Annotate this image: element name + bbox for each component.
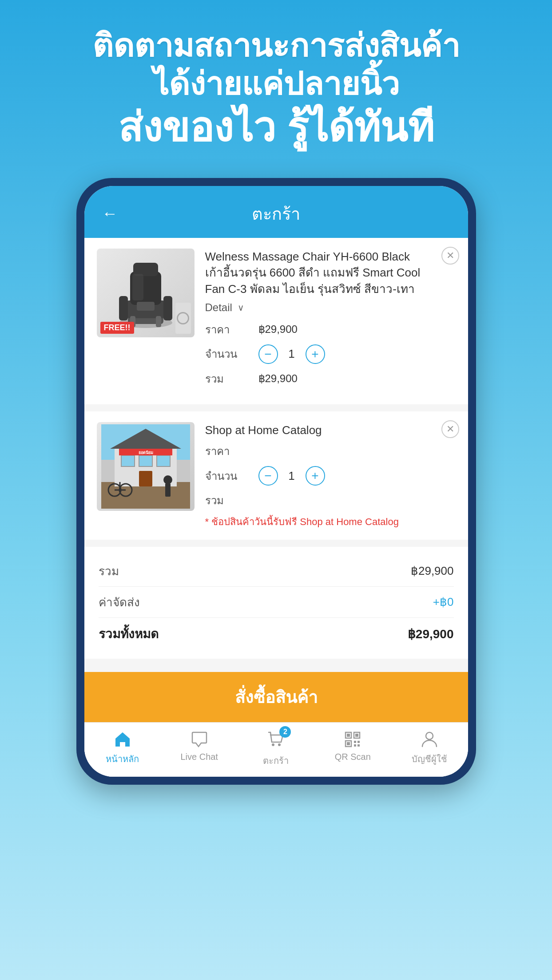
back-button[interactable]: ← [102, 204, 118, 223]
summary-grand-total-row: รวมทั้งหมด ฿29,900 [99, 620, 454, 648]
summary-grand-total-value: ฿29,900 [408, 627, 454, 641]
bottom-nav: หน้าหลัก Live Chat [84, 722, 468, 777]
nav-livechat-label: Live Chat [180, 752, 218, 762]
total-label-2: รวม [205, 492, 258, 509]
svg-point-40 [426, 732, 433, 739]
price-label-2: ราคา [205, 443, 258, 460]
product-image-1: FREE!! [97, 249, 195, 337]
free-badge: FREE!! [100, 322, 134, 334]
svg-point-22 [163, 475, 172, 484]
product-info-1: Welness Massage Chair YH-6600 Black เก้า… [205, 249, 456, 394]
phone-mockup: ← ตะกร้า [76, 178, 476, 785]
livechat-icon [190, 730, 209, 749]
order-button[interactable]: สั่งซื้อสินค้า [84, 672, 468, 722]
price-label-1: ราคา [205, 321, 258, 338]
total-row-2: รวม [205, 492, 438, 509]
nav-livechat[interactable]: Live Chat [161, 730, 238, 768]
svg-rect-36 [354, 741, 356, 743]
product-image-2: ยอดนิยม [97, 422, 195, 511]
promo-text: * ช้อปสินค้าวันนี้รับฟรี Shop at Home Ca… [205, 515, 438, 529]
qrscan-icon [343, 730, 362, 749]
qty-label-2: จำนวน [205, 467, 258, 485]
svg-rect-23 [165, 483, 171, 497]
close-item-2[interactable]: ✕ [441, 420, 459, 438]
svg-rect-9 [137, 302, 155, 311]
phone-mockup-container: ← ตะกร้า [0, 169, 552, 785]
price-row-1: ราคา ฿29,900 [205, 321, 438, 338]
summary-grand-total-label: รวมทั้งหมด [99, 624, 159, 644]
shop-home-illustration: ยอดนิยม [101, 424, 190, 509]
quantity-control-2: − 1 + [258, 466, 325, 486]
nav-qrscan-label: QR Scan [335, 752, 371, 762]
account-icon [420, 730, 439, 749]
detail-label: Detail [205, 301, 232, 314]
svg-point-29 [278, 743, 281, 746]
summary-total-value: ฿29,900 [411, 564, 454, 578]
detail-row[interactable]: Detail ∨ [205, 301, 438, 314]
hero-header: ติดตามสถานะการส่งสินค้า ได้ง่ายแค่ปลายนิ… [0, 0, 552, 169]
nav-home-label: หน้าหลัก [106, 752, 139, 766]
svg-rect-16 [121, 455, 135, 466]
svg-rect-19 [139, 471, 152, 486]
hero-line2: ได้ง่ายแค่ปลายนิ้ว [36, 65, 516, 103]
page-title: ตะกร้า [252, 200, 300, 227]
summary-shipping-value: +฿0 [433, 595, 454, 609]
total-value-1: ฿29,900 [258, 372, 298, 385]
svg-rect-10 [132, 274, 143, 300]
cart-item-2: ยอดนิยม [84, 411, 468, 540]
close-item-1[interactable]: ✕ [441, 247, 459, 265]
product-name-2: Shop at Home Catalog [205, 422, 438, 438]
summary-divider-1 [99, 586, 454, 587]
svg-text:ยอดนิยม: ยอดนิยม [138, 450, 153, 455]
hero-line1: ติดตามสถานะการส่งสินค้า [36, 27, 516, 65]
nav-home[interactable]: หน้าหลัก [84, 730, 161, 768]
svg-rect-37 [357, 741, 360, 743]
svg-rect-33 [355, 734, 358, 737]
quantity-control-1: − 1 + [258, 344, 325, 364]
svg-rect-8 [156, 316, 161, 327]
qty-decrease-2[interactable]: − [258, 466, 278, 486]
price-value-1: ฿29,900 [258, 323, 298, 336]
qty-number-1: 1 [285, 347, 298, 361]
qty-increase-1[interactable]: + [306, 344, 325, 364]
cart-item-1: FREE!! Welness Massage Chair YH-6600 Bla… [84, 238, 468, 404]
summary-total-row: รวม ฿29,900 [99, 557, 454, 585]
qty-number-2: 1 [285, 469, 298, 483]
nav-cart[interactable]: 2 ตะกร้า [238, 730, 314, 768]
phone-screen: ← ตะกร้า [84, 186, 468, 777]
price-row-2: ราคา [205, 443, 438, 460]
svg-rect-5 [119, 296, 128, 320]
summary-divider-2 [99, 617, 454, 618]
qty-decrease-1[interactable]: − [258, 344, 278, 364]
svg-rect-6 [163, 296, 172, 320]
hero-line3: ส่งของไว รู้ได้ทันที [36, 103, 516, 151]
product-info-2: Shop at Home Catalog ราคา จำนวน − 1 [205, 422, 456, 529]
summary-shipping-row: ค่าจัดส่ง +฿0 [99, 589, 454, 616]
svg-rect-38 [354, 744, 356, 747]
nav-account-label: บัญชีผู้ใช้ [412, 752, 447, 766]
app-content: FREE!! Welness Massage Chair YH-6600 Bla… [84, 238, 468, 777]
qty-row-2: จำนวน − 1 + [205, 466, 438, 486]
qty-increase-2[interactable]: + [306, 466, 325, 486]
product-name-1: Welness Massage Chair YH-6600 Black เก้า… [205, 249, 438, 297]
svg-rect-31 [347, 734, 350, 737]
nav-qrscan[interactable]: QR Scan [314, 730, 391, 768]
massage-chair-illustration [106, 254, 186, 332]
qty-label-1: จำนวน [205, 345, 258, 363]
summary-total-label: รวม [99, 562, 119, 580]
qty-row-1: จำนวน − 1 + [205, 344, 438, 364]
app-header: ← ตะกร้า [84, 186, 468, 238]
total-row-1: รวม ฿29,900 [205, 370, 438, 387]
cart-badge-container: 2 [266, 730, 286, 751]
svg-rect-39 [357, 744, 360, 747]
spacer [84, 659, 468, 672]
home-icon [113, 730, 132, 749]
order-summary: รวม ฿29,900 ค่าจัดส่ง +฿0 รวมทั้งหมด ฿29… [84, 547, 468, 659]
svg-rect-35 [347, 742, 350, 745]
detail-chevron-icon: ∨ [238, 302, 244, 313]
total-label-1: รวม [205, 370, 258, 387]
svg-rect-17 [139, 455, 152, 466]
cart-badge: 2 [279, 726, 291, 738]
nav-account[interactable]: บัญชีผู้ใช้ [391, 730, 468, 768]
svg-rect-18 [157, 455, 170, 466]
